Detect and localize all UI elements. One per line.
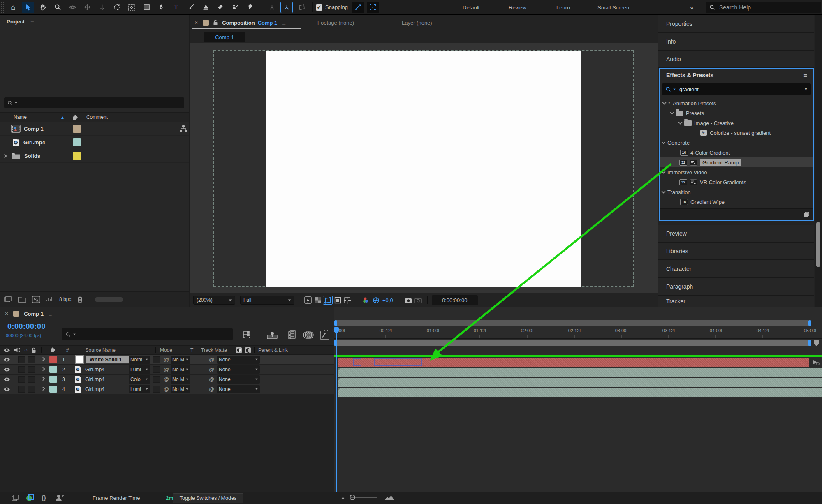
info-panel-tab[interactable]: Info bbox=[658, 33, 814, 51]
help-search-input[interactable] bbox=[719, 4, 801, 11]
view-axis-mode-button[interactable] bbox=[295, 2, 308, 13]
tree-item-gradient-wipe[interactable]: 16 Gradient Wipe bbox=[660, 197, 813, 207]
chevron-down-icon[interactable] bbox=[662, 101, 667, 105]
project-search-box[interactable] bbox=[4, 97, 184, 108]
effects-search-box[interactable]: × bbox=[662, 83, 811, 95]
help-search-box[interactable] bbox=[706, 2, 821, 13]
hide-shy-layers-icon[interactable] bbox=[266, 331, 278, 340]
parent-link-column-header[interactable]: Parent & Link bbox=[258, 347, 288, 353]
graph-editor-icon[interactable] bbox=[320, 330, 330, 340]
layer-label-swatch[interactable] bbox=[49, 366, 57, 373]
switch-well[interactable] bbox=[18, 356, 25, 363]
solo-column-icon[interactable]: ○ bbox=[24, 347, 28, 353]
preview-panel-tab[interactable]: Preview bbox=[658, 225, 814, 243]
exposure-value[interactable]: +0,0 bbox=[382, 297, 393, 303]
eye-icon[interactable] bbox=[3, 357, 10, 362]
local-axis-mode-button[interactable] bbox=[266, 2, 278, 13]
pen-tool-button[interactable] bbox=[155, 2, 167, 13]
work-area-end-handle[interactable] bbox=[808, 340, 811, 346]
playhead-handle[interactable] bbox=[334, 327, 339, 331]
pan-behind-tool-button[interactable] bbox=[125, 2, 138, 13]
horizontal-scrollbar[interactable] bbox=[95, 297, 123, 302]
t-switch-well[interactable] bbox=[153, 376, 160, 383]
project-item-name[interactable]: Comp 1 bbox=[24, 126, 44, 132]
number-column-header[interactable]: # bbox=[66, 347, 69, 353]
motion-blur-icon[interactable] bbox=[303, 331, 314, 340]
name-column-header[interactable]: Name bbox=[14, 114, 27, 120]
pan-camera-tool-button[interactable] bbox=[81, 2, 93, 13]
matte-pickwhip-icon[interactable]: @ bbox=[164, 366, 169, 372]
project-item-name[interactable]: Solids bbox=[24, 153, 40, 159]
composition-canvas[interactable] bbox=[190, 43, 658, 293]
workspace-review[interactable]: Review bbox=[509, 0, 526, 15]
libraries-panel-tab[interactable]: Libraries bbox=[658, 243, 814, 260]
tree-item-gradient-ramp[interactable]: 32 Gradient Ramp bbox=[660, 157, 813, 167]
clear-search-icon[interactable]: × bbox=[804, 86, 808, 92]
tree-item-vr-color-gradients[interactable]: 32 VR Color Gradients bbox=[660, 177, 813, 187]
workspace-overflow-button[interactable]: » bbox=[690, 0, 693, 15]
tree-item-animation-presets[interactable]: * Animation Presets bbox=[660, 98, 813, 108]
snapping-toggle[interactable]: ✓ Snapping bbox=[316, 4, 348, 11]
switch-well[interactable] bbox=[28, 386, 35, 393]
project-panel-menu-icon[interactable]: ≡ bbox=[30, 18, 34, 25]
composition-tab-comp-name[interactable]: Comp 1 bbox=[258, 20, 278, 26]
roto-brush-tool-button[interactable] bbox=[229, 2, 241, 13]
expander-icon[interactable] bbox=[41, 377, 45, 381]
switch-well[interactable] bbox=[28, 376, 35, 383]
expander-icon[interactable] bbox=[3, 154, 7, 158]
layer-row-4[interactable]: 4 Girl.mp4 Lumi @ No M @ None bbox=[0, 384, 334, 394]
blend-mode-dropdown[interactable]: Lumi bbox=[129, 365, 150, 374]
orbit-camera-tool-button[interactable] bbox=[66, 2, 79, 13]
show-snapshot-icon[interactable] bbox=[413, 296, 423, 305]
parent-dropdown[interactable]: None bbox=[217, 365, 260, 374]
audio-column-speaker-icon[interactable] bbox=[14, 347, 20, 353]
effects-presets-title[interactable]: Effects & Presets bbox=[666, 72, 713, 79]
fast-previews-icon[interactable] bbox=[303, 296, 313, 305]
layer-name[interactable]: Girl.mp4 bbox=[85, 367, 104, 372]
layer-row-1[interactable]: 1 White Solid 1 Norm @ No M @ None bbox=[0, 355, 334, 365]
comp-label-swatch[interactable] bbox=[13, 311, 19, 317]
comment-column-header[interactable]: Comment bbox=[86, 114, 108, 120]
tree-item-image-creative-folder[interactable]: Image - Creative bbox=[660, 118, 813, 128]
timeline-search-box[interactable] bbox=[62, 328, 233, 340]
chevron-down-icon[interactable] bbox=[678, 120, 683, 125]
project-item-comp1[interactable]: Comp 1 bbox=[0, 122, 189, 136]
layer-tab[interactable]: Layer (none) bbox=[402, 20, 432, 26]
color-depth-icon[interactable] bbox=[46, 296, 53, 303]
expander-icon[interactable] bbox=[41, 386, 45, 391]
home-button[interactable]: ⌂ bbox=[7, 2, 19, 13]
timeline-tab-label[interactable]: Comp 1 bbox=[24, 311, 44, 317]
switch-well[interactable] bbox=[28, 366, 35, 373]
scrollbar-thumb[interactable] bbox=[816, 222, 820, 267]
t-switch-well[interactable] bbox=[153, 366, 160, 373]
toolbar-grip[interactable] bbox=[1, 1, 6, 14]
trash-icon[interactable] bbox=[77, 296, 83, 303]
region-of-interest-icon[interactable] bbox=[333, 296, 343, 305]
type-tool-button[interactable]: T bbox=[170, 2, 182, 13]
rotation-tool-button[interactable] bbox=[111, 2, 123, 13]
clone-stamp-tool-button[interactable] bbox=[199, 2, 212, 13]
t-column-header[interactable]: T bbox=[190, 347, 193, 353]
layer-label-swatch[interactable] bbox=[49, 376, 57, 383]
expander-icon[interactable] bbox=[41, 357, 45, 361]
blend-mode-dropdown[interactable]: Colo bbox=[129, 375, 150, 384]
in-out-panes-icon[interactable]: {} bbox=[42, 495, 46, 501]
project-item-girl[interactable]: Girl.mp4 bbox=[0, 136, 189, 149]
mini-flowchart-icon[interactable] bbox=[179, 125, 188, 132]
track-matte-dropdown[interactable]: No M bbox=[171, 356, 190, 364]
tree-item-colorize-sunset-gradient[interactable]: fx Colorize - sunset gradient bbox=[660, 128, 813, 138]
channel-rgb-icon[interactable] bbox=[361, 296, 371, 305]
transparency-grid-icon[interactable] bbox=[313, 296, 323, 305]
comp-marker-bin-icon[interactable] bbox=[813, 340, 820, 347]
frame-blending-icon[interactable] bbox=[288, 330, 297, 340]
chevron-down-icon[interactable] bbox=[662, 140, 666, 144]
time-ruler[interactable]: 00:00f 00:12f 01:00f 01:12f 02:00f 02:12… bbox=[334, 327, 822, 339]
timeline-menu-icon[interactable]: ≡ bbox=[49, 310, 52, 317]
eraser-tool-button[interactable] bbox=[214, 2, 227, 13]
comp-viewer-button[interactable]: Comp 1 bbox=[204, 32, 245, 42]
zoom-in-mountain-icon[interactable] bbox=[384, 495, 395, 501]
properties-panel-tab[interactable]: Properties bbox=[658, 15, 814, 33]
viewer-timecode[interactable]: 0:00:00:00 bbox=[432, 295, 478, 305]
effects-search-input[interactable] bbox=[679, 86, 794, 92]
guides-grid-options-icon[interactable] bbox=[343, 296, 352, 305]
